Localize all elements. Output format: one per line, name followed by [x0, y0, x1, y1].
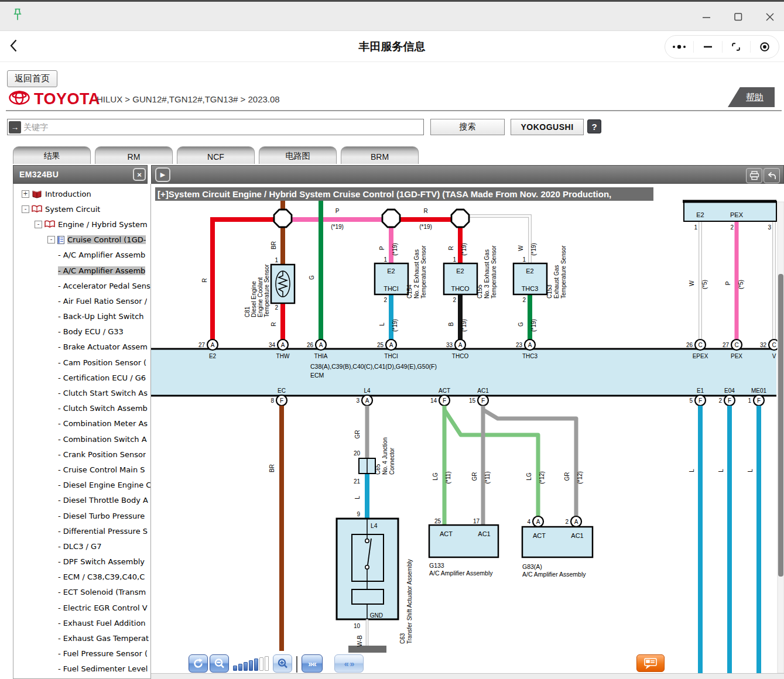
- tree-leaf-item[interactable]: - Combination Meter As: [13, 416, 150, 431]
- tab-ncf[interactable]: NCF: [177, 146, 255, 164]
- tree-expander-icon[interactable]: +: [22, 190, 29, 198]
- tree-leaf-item[interactable]: - Crank Position Sensor: [13, 447, 150, 462]
- tree-item-label: - Clutch Start Switch As: [58, 389, 148, 397]
- maximize-icon[interactable]: [730, 9, 747, 25]
- svg-text:No. 3 Exhaust Gas: No. 3 Exhaust Gas: [484, 249, 490, 299]
- tree-expander-icon[interactable]: -: [47, 236, 55, 244]
- tree-leaf-item[interactable]: - DLC3 / G7: [13, 539, 150, 554]
- minimize-icon[interactable]: [699, 9, 715, 25]
- tab-circuit-diagram[interactable]: 电路图: [259, 146, 337, 164]
- tree-leaf-item[interactable]: - Differential Pressure S: [13, 523, 150, 539]
- zoom-in-icon[interactable]: [273, 654, 292, 673]
- svg-text:32: 32: [760, 342, 767, 348]
- question-icon[interactable]: ?: [587, 119, 601, 133]
- tree-leaf-item[interactable]: - Fuel Pressure Sensor (: [13, 646, 150, 661]
- tree-leaf-item[interactable]: - Diesel Throttle Body A: [13, 493, 150, 508]
- undo-icon[interactable]: [764, 168, 780, 183]
- svg-text:F: F: [280, 397, 283, 404]
- refresh-icon[interactable]: [189, 654, 208, 673]
- tree-leaf-item[interactable]: - ECT Solenoid (Transm: [13, 585, 150, 600]
- tree-leaf-item[interactable]: - Accelerator Pedal Sens: [13, 278, 150, 293]
- tree-leaf-item[interactable]: - Cam Position Sensor (: [13, 355, 150, 370]
- tree-leaf-item[interactable]: - Electric EGR Control V: [13, 600, 150, 615]
- tree-node-item[interactable]: +Introduction: [13, 186, 150, 201]
- home-button[interactable]: 返回首页: [7, 70, 57, 87]
- fit-icon[interactable]: »«: [302, 654, 323, 673]
- exit-target-icon[interactable]: [751, 40, 779, 53]
- relaunch-icon[interactable]: [723, 40, 751, 53]
- collapse-icon[interactable]: [694, 40, 722, 53]
- tree-leaf-item[interactable]: - Brake Actuator Assem: [13, 340, 150, 355]
- wiring-diagram-canvas[interactable]: 1 2 C81 Diesel Engine Engine Coolant Tem…: [151, 184, 784, 679]
- svg-text:C38(A),C39(B),C40(C),C41(D),G4: C38(A),C39(B),C40(C),C41(D),G49(E),G50(F…: [310, 363, 437, 370]
- tree-leaf-item[interactable]: - Cruise Control Main S: [13, 462, 150, 477]
- expand-panel-icon[interactable]: ▶: [155, 167, 170, 182]
- tree-leaf-item[interactable]: - Exhaust Fuel Addition: [13, 615, 150, 630]
- tree-item-label: - DLC3 / G7: [58, 542, 101, 551]
- tree-leaf-item[interactable]: - Fuel Sedimenter Level: [13, 661, 150, 677]
- tree-leaf-item[interactable]: - Certification ECU / G6: [13, 370, 150, 385]
- tree-leaf-item[interactable]: - A/C Amplifier Assemb: [13, 263, 150, 278]
- zoom-out-icon[interactable]: [210, 654, 229, 673]
- tree-item-label: - ECM / C38,C39,C40,C: [58, 572, 145, 581]
- svg-text:GND: GND: [370, 612, 383, 619]
- feedback-icon[interactable]: [636, 654, 665, 672]
- diagram-scrollbar[interactable]: [778, 202, 784, 673]
- tree-expander-icon[interactable]: -: [22, 205, 29, 213]
- tree-node-item[interactable]: -Engine / Hybrid System: [13, 217, 150, 232]
- svg-text:G: G: [518, 322, 524, 327]
- scrollbar-thumb: [778, 274, 783, 577]
- tree-leaf-item[interactable]: - ECM / C38,C39,C40,C: [13, 570, 150, 585]
- tree-expander-icon[interactable]: -: [35, 221, 42, 228]
- tab-results[interactable]: 结果: [13, 146, 91, 164]
- svg-text:THIA: THIA: [314, 353, 328, 359]
- search-button[interactable]: 搜索: [430, 119, 505, 135]
- tree-leaf-item[interactable]: - Back-Up Light Switch: [13, 309, 150, 324]
- help-button[interactable]: 帮助: [728, 87, 775, 107]
- svg-text:(*19): (*19): [419, 224, 432, 230]
- svg-text:G83(A): G83(A): [522, 563, 542, 570]
- svg-text:2: 2: [718, 397, 722, 404]
- tree-leaf-item[interactable]: - Diesel Engine Engine C: [13, 478, 150, 493]
- bottom-scroll-strip[interactable]: [151, 673, 784, 679]
- svg-text:L: L: [747, 469, 754, 472]
- tree-leaf-item[interactable]: - Body ECU / G33: [13, 324, 150, 340]
- tree-leaf-item[interactable]: - Combination Switch A: [13, 431, 150, 447]
- pin-icon[interactable]: [11, 7, 25, 25]
- svg-text:9: 9: [357, 511, 360, 517]
- tree-leaf-item[interactable]: - DPF Switch Assembly: [13, 554, 150, 570]
- svg-text:THCO: THCO: [452, 353, 469, 359]
- tree-leaf-item[interactable]: - Diesel Turbo Pressure: [13, 508, 150, 523]
- close-panel-icon[interactable]: ×: [133, 168, 146, 181]
- close-icon[interactable]: [762, 9, 778, 25]
- search-arrow-icon[interactable]: →: [9, 121, 21, 133]
- svg-text:20: 20: [354, 450, 361, 457]
- more-icon[interactable]: [665, 40, 693, 53]
- breadcrumb[interactable]: HILUX > GUN12#,TGN12#,TGN13# > 2023.08: [97, 94, 280, 105]
- ac-amplifier-g133: 25 17 ACT AC1 G133 A/C Amplifier Assembl…: [429, 518, 498, 577]
- sidebar-tree[interactable]: +Introduction-System Circuit-Engine / Hy…: [13, 184, 151, 679]
- page-nav-icon[interactable]: « »: [334, 654, 364, 673]
- tree-node-item[interactable]: -System Circuit: [13, 201, 150, 217]
- book-closed-icon: [32, 190, 42, 198]
- yokogushi-button[interactable]: YOKOGUSHI: [511, 119, 584, 135]
- tree-leaf-item[interactable]: - A/C Amplifier Assemb: [13, 248, 150, 263]
- tree-node-item[interactable]: -Cruise Control (1GD-: [13, 232, 150, 248]
- search-box[interactable]: →: [7, 119, 424, 135]
- search-input[interactable]: [21, 122, 423, 132]
- svg-text:P: P: [335, 208, 340, 214]
- tree-leaf-item[interactable]: - Clutch Switch Assemb: [13, 401, 150, 416]
- tab-brm[interactable]: BRM: [341, 146, 419, 164]
- zoom-level-bars[interactable]: [233, 654, 269, 673]
- tree-leaf-item[interactable]: - Clutch Start Switch As: [13, 385, 150, 400]
- svg-text:1: 1: [522, 256, 526, 263]
- tree-leaf-item[interactable]: - Exhaust Gas Temperat: [13, 630, 150, 646]
- print-icon[interactable]: [746, 168, 762, 183]
- svg-text:Transfer Shift Actuator Assemb: Transfer Shift Actuator Assembly: [406, 559, 413, 644]
- svg-text:27: 27: [723, 342, 730, 348]
- tree-leaf-item[interactable]: - Air Fuel Ratio Sensor /: [13, 293, 150, 308]
- tab-rm[interactable]: RM: [95, 146, 173, 164]
- svg-text:(*5): (*5): [701, 280, 708, 289]
- svg-text:(*12): (*12): [539, 471, 545, 484]
- exhaust-gas-temp-sensor-1: E2 THC3 1 2 C153 Exhaust Gas Temperature…: [513, 245, 567, 303]
